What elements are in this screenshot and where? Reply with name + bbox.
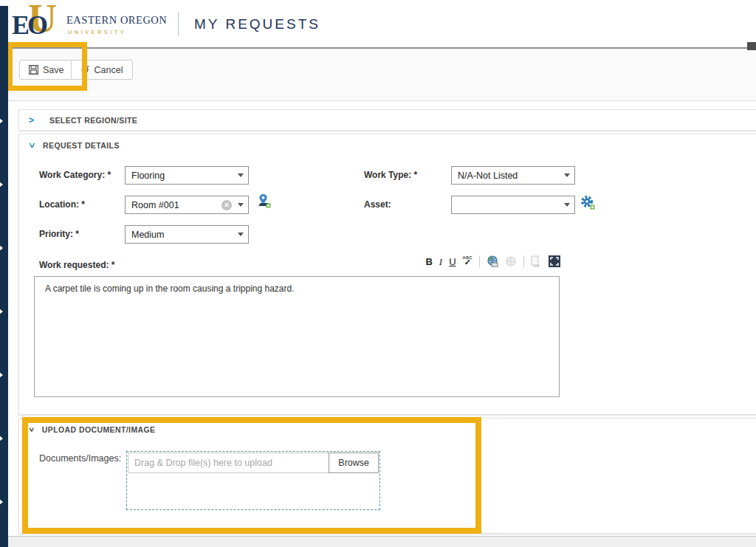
section-title-request-details: REQUEST DETAILS [43,141,120,150]
work-type-dropdown[interactable]: N/A-Not Listed [451,166,575,185]
location-dropdown[interactable]: Room #001 ✕ [125,196,249,214]
dropdown-caret-icon [564,173,570,177]
bold-button[interactable]: B [425,257,432,266]
annotation-save-highlight [7,42,87,91]
toolbar-divider [523,255,524,267]
collapse-arrow-icon [0,499,3,505]
annotation-upload-highlight [22,417,481,534]
section-select-region-site[interactable]: > SELECT REGION/SITE [18,109,756,131]
work-type-label: Work Type: * [364,170,417,180]
collapse-arrow-icon [0,436,3,441]
request-details-header[interactable]: > REQUEST DETAILS [29,141,120,150]
globe-image-icon[interactable] [487,255,498,267]
paste-disabled-icon [531,255,542,267]
globe-image-disabled-icon [505,255,517,267]
spellcheck-icon[interactable]: ABC ✓ [463,257,472,266]
italic-button[interactable]: I [439,257,442,266]
location-label: Location: * [39,199,85,210]
section-request-details: > REQUEST DETAILS Work Category: * Floor… [18,134,756,415]
dropdown-caret-icon [238,233,244,236]
logo-eo-letters: EO [12,12,46,38]
work-category-dropdown[interactable]: Flooring [125,166,249,185]
priority-value: Medium [131,230,235,240]
work-requested-editor[interactable]: A carpet tile is coming up in the room c… [34,276,560,397]
asset-label: Asset: [364,199,391,210]
map-pin-add-icon[interactable] [257,193,271,208]
cancel-button-label: Cancel [94,65,123,75]
collapse-arrow-icon [0,309,3,314]
work-type-value: N/A-Not Listed [458,171,561,181]
dropdown-caret-icon [564,203,570,207]
section-title-region-site: SELECT REGION/SITE [49,116,137,125]
maximize-icon[interactable] [549,255,560,267]
clear-location-icon[interactable]: ✕ [221,200,232,210]
priority-label: Priority: * [39,229,79,239]
header-divider [178,12,179,36]
brand-wordmark: EASTERN OREGON UNIVERSITY [66,14,167,35]
collapse-arrow-icon [0,372,3,378]
brand-subtitle: UNIVERSITY [68,29,167,35]
gear-add-icon[interactable] [580,195,595,210]
app-header: U EO EASTERN OREGON UNIVERSITY MY REQUES… [0,0,756,49]
asset-dropdown[interactable] [451,196,575,214]
richtext-toolbar: B I U ABC ✓ [392,253,560,269]
collapse-arrow-icon [0,245,3,251]
priority-dropdown[interactable]: Medium [125,225,249,244]
chevron-right-icon: > [29,116,34,125]
toolbar-divider [479,255,480,267]
right-panel-edge [747,42,756,50]
eou-logo: U EO [12,3,63,47]
work-category-label: Work Category: * [39,170,111,180]
brand-name: EASTERN OREGON [66,14,167,27]
page-title: MY REQUESTS [194,16,320,32]
collapse-arrow-icon [0,182,3,188]
dropdown-caret-icon [238,203,244,207]
collapse-arrow-icon [0,118,3,124]
dropdown-caret-icon [238,173,244,177]
work-category-value: Flooring [131,171,235,181]
underline-button[interactable]: U [449,257,456,266]
location-value: Room #001 [131,200,221,210]
left-collapse-strip[interactable] [0,6,8,547]
bottom-scroll-band [0,536,756,547]
chevron-down-icon: > [27,142,36,148]
work-requested-label: Work requested: * [39,260,114,270]
my-requests-page: U EO EASTERN OREGON UNIVERSITY MY REQUES… [0,0,756,547]
